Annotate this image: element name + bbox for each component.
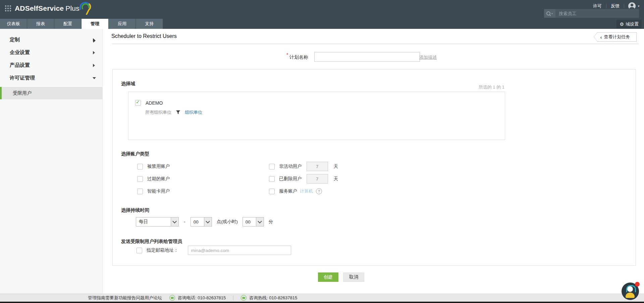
admin-sidebar: 定制 企业设置 产品设置 许可证管理 受限用户 — [0, 29, 103, 294]
check-icon: ✓ — [136, 99, 140, 105]
top-links: 许可 反馈 ▼ — [589, 2, 640, 10]
inactive-users-checkbox[interactable] — [269, 164, 275, 169]
scheduler-form-panel: 选择域 所选的 1 的 1 ✓ ADEMO 所有组织单位 组织单位 选择账户类型… — [112, 69, 636, 266]
option-label: 智能卡用户 — [147, 188, 170, 194]
sidebar-collapse-toggle[interactable] — [93, 39, 96, 43]
add-description-link[interactable]: 添加描述 — [419, 54, 437, 60]
need-feature-link[interactable]: 需要新功能 — [105, 295, 127, 301]
frequency-value: 每日 — [136, 219, 171, 225]
schedule-name-label: 计划名称 — [289, 54, 308, 60]
create-button[interactable]: 创建 — [318, 272, 338, 282]
view-schedules-label: 查看计划任务 — [604, 34, 630, 40]
search-input[interactable] — [555, 11, 639, 16]
hour-select[interactable]: 00 — [191, 217, 212, 226]
select-domain-heading: 选择域 — [121, 81, 135, 87]
deleted-days-input[interactable] — [307, 174, 328, 184]
hotline-contact: ☎ 咨询热线: 010-82637815 — [241, 295, 297, 301]
account-type-heading: 选择账户类型 — [121, 151, 149, 157]
hotline-number: 010-82637815 — [269, 295, 297, 300]
search-scope-button[interactable]: ▼ — [544, 9, 555, 18]
service-accounts-checkbox[interactable] — [269, 189, 275, 194]
chevron-down-icon: ▼ — [637, 5, 640, 8]
days-unit-label: 天 — [334, 163, 338, 169]
hour-value: 00 — [191, 219, 204, 224]
chevron-right-icon — [93, 51, 95, 54]
sidebar-item-product-settings[interactable]: 产品设置 — [0, 59, 102, 71]
user-forum-link[interactable]: 用户论坛 — [145, 295, 162, 301]
app-launcher-icon[interactable] — [5, 5, 11, 11]
help-icon[interactable]: ? — [316, 188, 322, 194]
option-label: 已删除用户 — [279, 176, 302, 182]
sidebar-item-label: 产品设置 — [10, 62, 30, 68]
sidebar-item-license-management[interactable]: 许可证管理 — [0, 71, 102, 84]
page-title: Scheduler to Restrict Users — [111, 33, 177, 39]
smartcard-users-checkbox[interactable] — [137, 189, 143, 194]
user-menu[interactable]: ▼ — [628, 2, 640, 10]
tab-support[interactable]: 支持 — [136, 19, 163, 29]
organizational-units-link[interactable]: 组织单位 — [185, 109, 202, 115]
duration-controls: 每日 - 00 点(或小时) 00 分 — [136, 217, 278, 226]
days-unit-label: 天 — [334, 176, 338, 182]
tab-dashboard[interactable]: 仪表板 — [0, 19, 27, 29]
minute-value: 00 — [243, 219, 256, 224]
computers-link[interactable]: 计算机 — [300, 188, 313, 194]
tab-configuration[interactable]: 配置 — [54, 19, 82, 29]
feedback-link[interactable]: 反馈 — [606, 3, 624, 9]
brand-logo: ADSelfServicePlus — [15, 4, 79, 12]
chevron-down-icon — [171, 217, 178, 226]
agent-head-icon — [627, 286, 633, 292]
domain-list-box: ✓ ADEMO 所有组织单位 组织单位 — [128, 92, 505, 140]
phone-label: 咨询电话: — [178, 295, 197, 301]
selection-summary: 所选的 1 的 1 — [479, 84, 504, 90]
email-heading: 发送受限制用户列表给管理员 — [121, 239, 182, 245]
deleted-users-row: 已删除用户 天 — [269, 174, 338, 183]
main-content: Scheduler to Restrict Users ‹ 查看计划任务 * 计… — [103, 29, 644, 294]
agent-body-icon — [626, 293, 635, 298]
chevron-right-icon — [93, 64, 95, 67]
footer-bar: 管理指南 需要新功能 报告问题 用户论坛 ☎ 咨询电话: 010-8263781… — [0, 294, 644, 302]
support-chat-widget[interactable] — [622, 283, 639, 300]
email-input[interactable] — [188, 246, 291, 255]
admin-guide-link[interactable]: 管理指南 — [88, 295, 105, 301]
domain-checkbox[interactable]: ✓ — [135, 100, 141, 106]
all-ou-label: 所有组织单位 — [145, 109, 171, 115]
report-issue-link[interactable]: 报告问题 — [127, 295, 145, 301]
brand-suffix: Plus — [65, 4, 79, 12]
inactive-users-row: 非活动用户 天 — [269, 162, 338, 171]
frequency-select[interactable]: 每日 — [136, 217, 179, 226]
employee-search: ▼ — [544, 9, 639, 18]
chevron-down-icon: ▼ — [551, 12, 553, 15]
expired-accounts-row: 过期的账户 — [137, 174, 170, 183]
sidebar-item-enterprise-settings[interactable]: 企业设置 — [0, 46, 102, 59]
window-bottom-edge — [0, 302, 644, 303]
minute-select[interactable]: 00 — [243, 217, 264, 226]
expired-accounts-checkbox[interactable] — [137, 176, 143, 182]
chevron-down-icon — [204, 217, 212, 226]
deleted-users-checkbox[interactable] — [269, 176, 275, 182]
phone-number: 010-82637815 — [198, 295, 226, 300]
main-nav-tabs: 仪表板 报表 配置 管理 应用 支持 — [0, 19, 644, 29]
disabled-accounts-row: 被禁用账户 — [137, 162, 170, 171]
adselfservice-plus-window: ADSelfServicePlus 许可 反馈 ▼ ▼ — [0, 0, 644, 303]
cancel-button[interactable]: 取消 — [343, 272, 364, 282]
service-accounts-row: 服务账户 计算机 ? — [269, 187, 322, 196]
schedule-name-input[interactable] — [314, 52, 420, 62]
option-label: 被禁用账户 — [147, 163, 170, 169]
domain-settings-button[interactable]: ⚙ 域设置 — [616, 20, 642, 28]
tab-reports[interactable]: 报表 — [27, 19, 54, 29]
license-link[interactable]: 许可 — [589, 3, 606, 9]
notification-dot — [635, 282, 640, 287]
view-schedules-button[interactable]: ‹ 查看计划任务 — [594, 32, 637, 42]
brand-swoosh-icon — [79, 1, 93, 15]
sidebar-item-label: 企业设置 — [10, 49, 30, 55]
form-actions: 创建 取消 — [318, 272, 364, 282]
sidebar-item-restricted-users[interactable]: 受限用户 — [0, 87, 102, 99]
user-avatar-icon — [628, 2, 636, 10]
inactive-days-input[interactable] — [307, 162, 328, 171]
tab-admin[interactable]: 管理 — [82, 19, 109, 29]
disabled-accounts-checkbox[interactable] — [137, 164, 143, 169]
sidebar-item-customize[interactable]: 定制 — [0, 33, 102, 46]
tab-application[interactable]: 应用 — [109, 19, 136, 29]
email-checkbox[interactable] — [137, 248, 142, 253]
minute-suffix-label: 分 — [269, 219, 273, 225]
